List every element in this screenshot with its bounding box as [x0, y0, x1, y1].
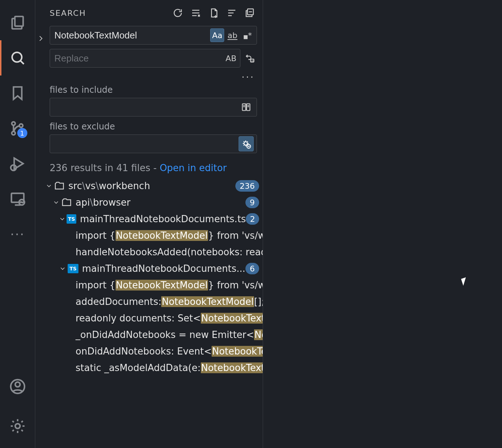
chevron-down-icon[interactable]: [58, 215, 67, 223]
source-control-icon[interactable]: 1: [0, 111, 35, 146]
folder-icon: [54, 180, 65, 191]
count-badge: 236: [235, 180, 259, 192]
match-row[interactable]: static _asModelAddData(e: NotebookText..…: [35, 360, 263, 376]
svg-point-3: [12, 132, 15, 135]
match-row[interactable]: handleNotebooksAdded(notebooks: read...: [35, 244, 263, 260]
new-search-editor-icon[interactable]: [208, 7, 220, 19]
results-count-text: 236 results in 41 files -: [50, 163, 160, 173]
chevron-down-icon[interactable]: [58, 265, 68, 272]
settings-gear-icon[interactable]: [0, 408, 35, 444]
match-row[interactable]: import { NotebookTextModel } from 'vs/w.…: [35, 227, 263, 244]
include-label: files to include: [50, 85, 257, 95]
editor-area: [263, 0, 502, 448]
clear-results-icon[interactable]: [190, 7, 202, 19]
svg-rect-0: [15, 17, 23, 26]
bookmark-icon[interactable]: [0, 76, 35, 111]
count-badge: 6: [245, 263, 259, 274]
svg-point-9: [15, 382, 20, 387]
search-inputs: Aa ab ■* AB ab ··· files to include: [35, 26, 263, 158]
tree-file-row[interactable]: TS mainThreadNotebookDocuments... 6: [35, 260, 263, 277]
svg-point-1: [12, 52, 22, 62]
search-input[interactable]: [54, 30, 210, 41]
count-badge: 9: [245, 197, 259, 208]
svg-point-10: [15, 424, 20, 428]
search-title: SEARCH: [50, 9, 86, 18]
typescript-file-icon: TS: [68, 264, 78, 273]
match-case-toggle[interactable]: Aa: [210, 28, 224, 42]
chevron-down-icon[interactable]: [51, 199, 61, 206]
chevron-down-icon[interactable]: [44, 182, 54, 189]
accounts-icon[interactable]: [0, 369, 35, 404]
svg-point-4: [19, 124, 23, 128]
tree-folder-row[interactable]: src\vs\workbench 236: [35, 178, 263, 194]
collapse-all-icon[interactable]: [244, 7, 255, 19]
replace-all-icon[interactable]: ab: [243, 51, 257, 65]
tree-folder-row[interactable]: api\browser 9: [35, 194, 263, 211]
folder-icon: [61, 197, 72, 208]
use-open-editors-icon[interactable]: [239, 100, 254, 115]
files-exclude-input[interactable]: [53, 139, 239, 149]
replace-input-box: AB: [50, 49, 240, 68]
more-activities-icon[interactable]: ···: [10, 216, 24, 252]
file-name: mainThreadNotebookDocuments...: [82, 263, 245, 274]
remote-explorer-icon[interactable]: [0, 181, 35, 216]
regex-toggle[interactable]: ■*: [241, 28, 254, 42]
view-as-tree-icon[interactable]: [226, 7, 238, 19]
refresh-icon[interactable]: [172, 7, 184, 19]
match-row[interactable]: readonly documents: Set<NotebookText...: [35, 310, 263, 326]
search-panel: SEARCH Aa: [35, 0, 263, 448]
search-header: SEARCH: [35, 0, 263, 26]
count-badge: 2: [246, 213, 259, 225]
results-summary: 236 results in 41 files - Open in editor: [35, 158, 263, 178]
results-tree: src\vs\workbench 236 api\browser 9 TS ma…: [35, 178, 263, 376]
replace-input[interactable]: [54, 53, 224, 64]
svg-text:ab: ab: [251, 59, 254, 62]
run-debug-icon[interactable]: [0, 146, 35, 181]
svg-point-2: [12, 122, 15, 125]
svg-point-16: [244, 142, 247, 145]
toggle-search-details-icon[interactable]: ···: [240, 72, 255, 83]
explorer-icon[interactable]: [0, 5, 35, 40]
exclude-label: files to exclude: [50, 122, 257, 132]
match-row[interactable]: import { NotebookTextModel } from 'vs/w.…: [35, 277, 263, 293]
match-row[interactable]: addedDocuments: NotebookTextModel[];: [35, 293, 263, 310]
file-name: mainThreadNotebookDocuments.ts: [80, 214, 246, 224]
typescript-file-icon: TS: [67, 214, 76, 224]
source-control-badge: 1: [17, 128, 27, 138]
search-actions: [172, 7, 255, 19]
open-in-editor-link[interactable]: Open in editor: [160, 163, 227, 173]
whole-word-toggle[interactable]: ab: [226, 28, 239, 42]
toggle-replace-icon[interactable]: [36, 32, 46, 45]
include-input-box: [50, 98, 257, 116]
match-row[interactable]: _onDidAddNotebooks = new Emitter<No...: [35, 326, 263, 343]
files-include-input[interactable]: [53, 102, 239, 112]
match-row[interactable]: onDidAddNotebooks: Event<NotebookTe...: [35, 343, 263, 360]
tree-file-row[interactable]: TS mainThreadNotebookDocuments.ts 2: [35, 211, 263, 227]
search-input-box: Aa ab ■*: [50, 26, 257, 45]
svg-rect-6: [11, 193, 24, 202]
use-exclude-settings-icon[interactable]: [239, 136, 254, 151]
activity-bar: 1 ···: [0, 0, 35, 448]
exclude-input-box: [50, 134, 257, 153]
search-icon[interactable]: [0, 40, 35, 76]
preserve-case-toggle[interactable]: AB: [224, 51, 238, 65]
